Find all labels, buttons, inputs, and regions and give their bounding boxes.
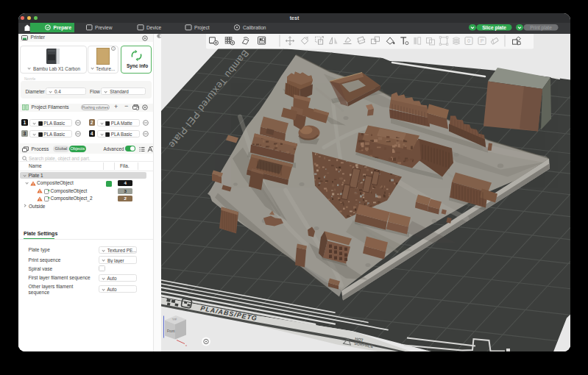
svg-text:0: 0 — [467, 38, 470, 43]
svg-text:Print plate: Print plate — [530, 24, 552, 30]
svg-text:x: x — [185, 343, 187, 346]
svg-text:Front: Front — [167, 329, 175, 332]
svg-text:Calibration: Calibration — [243, 24, 266, 29]
svg-text:Project: Project — [194, 24, 210, 30]
svg-text:Prepare: Prepare — [54, 24, 72, 30]
svg-text:Device: Device — [146, 24, 161, 29]
svg-text:Preview: Preview — [95, 24, 113, 29]
svg-text:Slice plate: Slice plate — [482, 24, 506, 30]
svg-text:P: P — [481, 38, 484, 43]
